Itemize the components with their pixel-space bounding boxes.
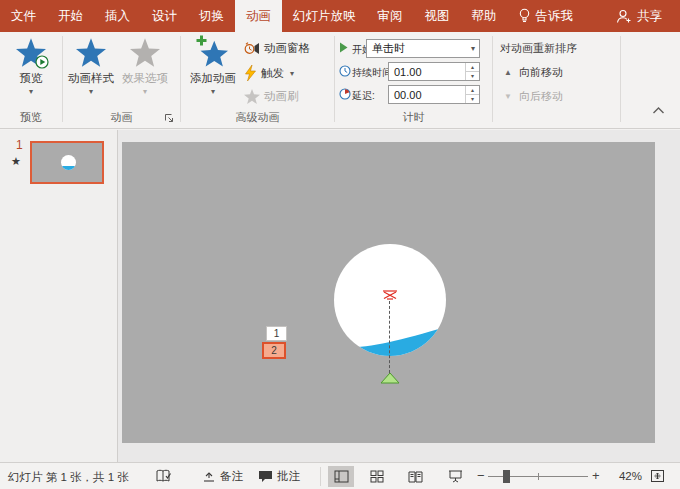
water-wave-shape (334, 244, 446, 356)
tab-review[interactable]: 审阅 (367, 0, 414, 32)
ribbon: 预览 ▾ 预览 动画样式 ▾ 效果选项 ▾ 动画 (0, 32, 680, 129)
animation-pane-icon (244, 41, 260, 56)
motion-path-end-icon[interactable] (382, 290, 398, 300)
slideshow-view-button[interactable] (442, 466, 468, 487)
duration-clock-icon (339, 65, 351, 77)
circle-shape[interactable] (334, 244, 446, 356)
slide-sorter-view-button[interactable] (364, 466, 390, 487)
share-button[interactable]: 共享 (606, 0, 672, 32)
powerpoint-window: 文件 开始 插入 设计 切换 动画 幻灯片放映 审阅 视图 帮助 告诉我 共 (0, 0, 680, 489)
zoom-slider-handle[interactable] (503, 470, 510, 483)
effect-options-star-icon (130, 38, 160, 67)
tab-view[interactable]: 视图 (414, 0, 461, 32)
start-select-value: 单击时 (372, 41, 405, 56)
play-circle-icon (35, 55, 49, 69)
motion-path-start-icon[interactable] (380, 372, 400, 384)
spin-down-icon[interactable]: ▾ (465, 94, 479, 103)
delay-clock-icon (339, 88, 351, 100)
tab-slideshow[interactable]: 幻灯片放映 (282, 0, 367, 32)
reading-view-button[interactable] (402, 466, 428, 487)
thumbnail-water-shape (61, 166, 76, 170)
duration-value: 01.00 (394, 66, 422, 78)
preview-button[interactable]: 预览 ▾ (4, 38, 58, 95)
duration-row: 持续时间: 01.00 ▴ ▾ (335, 62, 493, 82)
dropdown-arrow-icon: ▾ (211, 88, 215, 95)
dialog-launcher-icon[interactable] (164, 113, 174, 123)
tab-animations[interactable]: 动画 (235, 0, 282, 32)
slide-thumbnail-panel: 1 ★ (0, 130, 118, 462)
plus-icon (196, 35, 207, 46)
delay-spinner[interactable]: 00.00 ▴ ▾ (388, 85, 480, 104)
spellcheck-icon[interactable] (156, 468, 173, 484)
collapse-ribbon-chevron-icon[interactable] (652, 106, 665, 115)
add-animation-star-icon (198, 38, 228, 67)
group-preview: 预览 ▾ 预览 (0, 32, 62, 128)
animation-order-badge-1[interactable]: 1 (266, 326, 287, 341)
share-person-icon (616, 9, 632, 24)
tab-help[interactable]: 帮助 (461, 0, 508, 32)
normal-view-icon (334, 470, 349, 483)
group-label-advanced-animation: 高级动画 (181, 110, 334, 125)
tell-me-button[interactable]: 告诉我 (508, 0, 584, 32)
zoom-level[interactable]: 42% (608, 470, 642, 482)
editing-canvas: 1 2 (118, 130, 680, 462)
add-animation-button[interactable]: 添加动画 ▾ (184, 38, 242, 95)
move-earlier-button[interactable]: ▲ 向前移动 (504, 65, 563, 80)
slide-thumbnail[interactable] (30, 141, 104, 184)
dropdown-arrow-icon: ▾ (471, 44, 475, 53)
slide-animation-star-icon: ★ (11, 155, 21, 168)
delay-row: 延迟: 00.00 ▴ ▾ (335, 85, 493, 105)
delay-label: 延迟: (352, 89, 375, 103)
tab-transitions[interactable]: 切换 (188, 0, 235, 32)
reading-view-icon (408, 470, 423, 483)
comments-button[interactable]: 批注 (258, 469, 300, 484)
move-later-button: ▼ 向后移动 (504, 89, 563, 104)
zoom-in-icon[interactable]: + (592, 468, 600, 483)
group-advanced-animation: 添加动画 ▾ 动画窗格 触发 ▾ (181, 32, 334, 128)
reorder-title: 对动画重新排序 (500, 41, 577, 56)
group-separator (620, 36, 621, 122)
slide-number: 1 (16, 138, 23, 152)
notes-button[interactable]: 备注 (202, 469, 243, 484)
effect-options-button: 效果选项 ▾ (119, 38, 171, 95)
tab-design[interactable]: 设计 (141, 0, 188, 32)
animation-painter-button: 动画刷 (244, 89, 299, 104)
dropdown-arrow-icon: ▾ (290, 69, 294, 78)
group-label-timing: 计时 (335, 110, 492, 125)
move-later-icon: ▼ (504, 92, 512, 101)
fit-to-window-icon[interactable] (650, 469, 665, 483)
group-animation: 动画样式 ▾ 效果选项 ▾ 动画 (63, 32, 180, 128)
zoom-out-icon[interactable]: − (477, 468, 485, 483)
preview-star-icon (16, 38, 46, 67)
duration-spinner[interactable]: 01.00 ▴ ▾ (388, 62, 480, 81)
animation-painter-icon (244, 89, 260, 104)
animation-styles-button[interactable]: 动画样式 ▾ (65, 38, 117, 95)
spin-down-icon[interactable]: ▾ (465, 71, 479, 80)
start-row: 开始: 单击时 ▾ (335, 39, 493, 59)
animation-order-badge-2[interactable]: 2 (262, 342, 286, 359)
normal-view-button[interactable] (328, 466, 354, 487)
tab-insert[interactable]: 插入 (94, 0, 141, 32)
animation-style-star-icon (76, 38, 106, 67)
group-label-animation: 动画 (63, 110, 180, 125)
menu-bar: 文件 开始 插入 设计 切换 动画 幻灯片放映 审阅 视图 帮助 告诉我 共 (0, 0, 680, 32)
comments-icon (258, 470, 273, 483)
group-label-preview: 预览 (0, 110, 62, 125)
thumbnail-circle-shape (61, 155, 76, 170)
trigger-lightning-icon (244, 65, 257, 81)
start-select[interactable]: 单击时 ▾ (366, 39, 480, 58)
statusbar-divider (320, 467, 321, 486)
animation-pane-button[interactable]: 动画窗格 (244, 41, 310, 56)
slide-counter: 幻灯片 第 1 张，共 1 张 (8, 470, 129, 485)
slide-sorter-icon (370, 470, 384, 483)
dropdown-arrow-icon: ▾ (143, 88, 147, 95)
status-bar: 幻灯片 第 1 张，共 1 张 备注 批注 (0, 462, 680, 489)
group-timing: 开始: 单击时 ▾ 持续时间: 01.00 ▴ ▾ (335, 32, 492, 128)
lightbulb-icon (518, 8, 531, 24)
trigger-button[interactable]: 触发 ▾ (244, 65, 294, 81)
tab-home[interactable]: 开始 (47, 0, 94, 32)
delay-value: 00.00 (394, 89, 422, 101)
tab-file[interactable]: 文件 (0, 0, 47, 32)
slide[interactable]: 1 2 (122, 142, 655, 443)
zoom-slider-tick (538, 473, 539, 480)
